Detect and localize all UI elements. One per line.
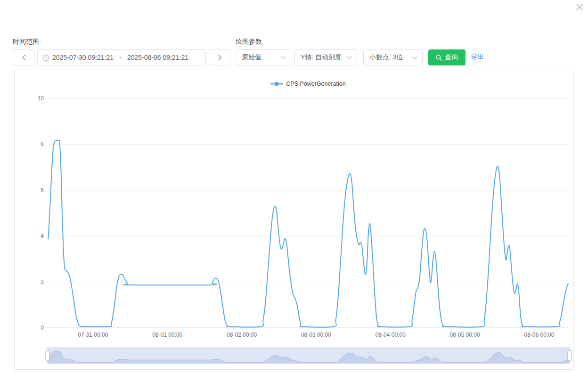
chart-legend: CPS.PowerGeneration bbox=[48, 81, 568, 87]
series-line-powergeneration bbox=[48, 140, 568, 327]
prev-range-button[interactable] bbox=[13, 49, 34, 65]
date-range-input[interactable]: 2025-07-30 09:21:21 - 2025-08-06 09:21:2… bbox=[37, 49, 206, 65]
x-tick-label: 08-01 00:00 bbox=[152, 332, 182, 338]
date-range-separator: - bbox=[114, 54, 127, 61]
x-tick-label: 08-06 00:00 bbox=[524, 332, 554, 338]
x-tick-label: 08-03 00:00 bbox=[301, 332, 331, 338]
y-axis-select[interactable]: Y轴: 自动刻度 bbox=[294, 49, 357, 65]
chevron-down-icon bbox=[281, 56, 286, 59]
value-type-selected: 原始值 bbox=[242, 53, 261, 62]
datazoom-selected-region[interactable] bbox=[48, 348, 570, 364]
value-type-select[interactable]: 原始值 bbox=[236, 49, 291, 65]
y-tick-label: 2 bbox=[41, 279, 44, 285]
date-range-end: 2025-08-06 09:21:21 bbox=[127, 54, 188, 61]
close-icon[interactable] bbox=[574, 2, 585, 12]
clock-icon bbox=[42, 54, 49, 61]
legend-line-marker-icon bbox=[270, 81, 283, 86]
query-button-label: 查询 bbox=[445, 53, 458, 62]
y-tick-label: 6 bbox=[41, 187, 44, 194]
export-link[interactable]: 导出 bbox=[471, 53, 484, 61]
decimals-select[interactable]: 小数点: 3位 bbox=[363, 49, 423, 65]
datazoom-left-handle[interactable] bbox=[46, 350, 49, 361]
datazoom-right-handle[interactable] bbox=[568, 350, 572, 361]
y-tick-label: 4 bbox=[41, 233, 44, 239]
query-button[interactable]: 查询 bbox=[428, 49, 466, 65]
y-tick-label: 10 bbox=[38, 95, 44, 102]
chart-canvas: 024681007-31 00:0008-01 00:0008-02 00:00… bbox=[15, 70, 573, 369]
y-axis-selected: Y轴: 自动刻度 bbox=[301, 53, 342, 62]
date-range-start: 2025-07-30 09:21:21 bbox=[52, 54, 114, 61]
legend-label: CPS.PowerGeneration bbox=[286, 81, 345, 87]
y-tick-label: 0 bbox=[41, 324, 44, 331]
chevron-left-icon bbox=[22, 54, 26, 61]
x-tick-label: 07-31 00:00 bbox=[78, 332, 108, 338]
legend-item-powergeneration[interactable]: CPS.PowerGeneration bbox=[270, 81, 345, 87]
y-tick-label: 8 bbox=[41, 141, 44, 147]
x-tick-label: 08-05 00:00 bbox=[450, 332, 480, 338]
chevron-down-icon bbox=[412, 56, 417, 59]
x-tick-label: 08-02 00:00 bbox=[227, 332, 257, 338]
chevron-right-icon bbox=[218, 54, 222, 61]
time-range-label: 时间范围 bbox=[13, 38, 39, 46]
decimals-selected: 小数点: 3位 bbox=[369, 53, 403, 62]
search-icon bbox=[436, 55, 442, 61]
chart-card: 024681007-31 00:0008-01 00:0008-02 00:00… bbox=[14, 70, 574, 370]
close-x-glyph bbox=[576, 4, 583, 10]
plot-params-label: 绘图参数 bbox=[236, 38, 262, 46]
x-tick-label: 08-04 00:00 bbox=[376, 332, 406, 338]
next-range-button[interactable] bbox=[209, 49, 230, 65]
chevron-down-icon bbox=[347, 56, 352, 59]
